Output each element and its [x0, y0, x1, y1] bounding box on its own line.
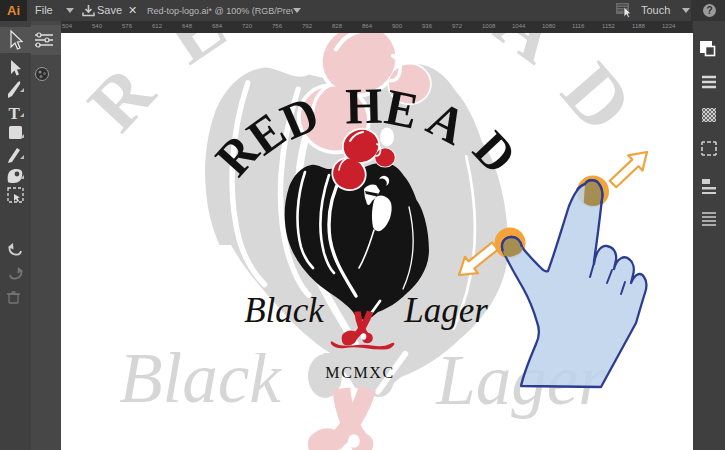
svg-text:MCMXC: MCMXC [325, 364, 394, 381]
svg-text:T: T [9, 104, 21, 123]
svg-text:H: H [345, 77, 383, 135]
svg-text:Black: Black [244, 291, 325, 330]
svg-text:Lager: Lager [403, 291, 488, 330]
